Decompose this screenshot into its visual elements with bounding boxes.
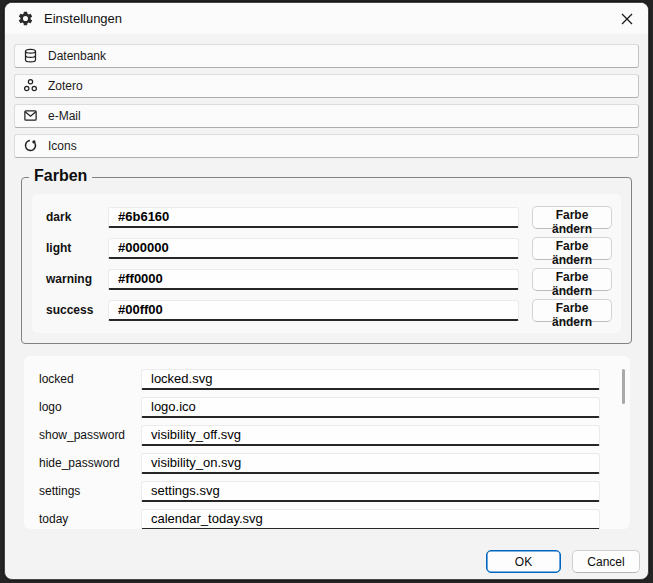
close-button[interactable] <box>606 3 648 34</box>
ok-button[interactable]: OK <box>486 550 561 573</box>
color-input-warning[interactable] <box>108 269 519 290</box>
refresh-icon <box>23 138 39 154</box>
icon-input-logo[interactable] <box>141 397 600 418</box>
gear-icon <box>17 10 34 27</box>
change-color-button[interactable]: Farbe ändern <box>532 268 612 291</box>
icon-label: logo <box>36 400 141 414</box>
section-email[interactable]: e-Mail <box>14 104 639 128</box>
icon-input-locked[interactable] <box>141 369 600 390</box>
zotero-icon <box>23 78 39 94</box>
color-input-success[interactable] <box>108 300 519 321</box>
section-label: Datenbank <box>48 49 106 63</box>
icon-label: locked <box>36 372 141 386</box>
color-input-dark[interactable] <box>108 207 519 228</box>
change-color-button[interactable]: Farbe ändern <box>532 206 612 229</box>
section-label: Icons <box>48 139 77 153</box>
window-title: Einstellungen <box>44 11 122 26</box>
icon-row-locked: locked <box>36 369 618 389</box>
cancel-button[interactable]: Cancel <box>572 550 640 573</box>
section-list: Datenbank Zotero e-Mail <box>5 34 648 158</box>
icon-input-settings[interactable] <box>141 481 600 502</box>
dialog-footer: OK Cancel <box>486 550 640 573</box>
farben-title: Farben <box>29 167 92 185</box>
settings-dialog: Einstellungen Datenbank <box>4 2 649 580</box>
icon-label: show_password <box>36 428 141 442</box>
color-label: warning <box>41 272 108 286</box>
icon-row-hide-password: hide_password <box>36 453 618 473</box>
icon-input-show-password[interactable] <box>141 425 600 446</box>
change-color-button[interactable]: Farbe ändern <box>532 237 612 260</box>
color-row-success: success Farbe ändern <box>41 299 612 321</box>
title-bar: Einstellungen <box>5 3 648 34</box>
database-icon <box>23 48 39 64</box>
icon-input-today[interactable] <box>141 509 600 530</box>
color-row-light: light Farbe ändern <box>41 237 612 259</box>
icon-row-today: today <box>36 509 618 529</box>
icon-row-show-password: show_password <box>36 425 618 445</box>
icon-label: settings <box>36 484 141 498</box>
farben-groupbox: Farben dark Farbe ändern light Farbe änd… <box>21 177 632 344</box>
color-label: light <box>41 241 108 255</box>
icon-label: today <box>36 512 141 526</box>
icon-input-hide-password[interactable] <box>141 453 600 474</box>
icon-label: hide_password <box>36 456 141 470</box>
change-color-button[interactable]: Farbe ändern <box>532 299 612 322</box>
section-label: e-Mail <box>48 109 81 123</box>
icon-row-logo: logo <box>36 397 618 417</box>
mail-icon <box>23 108 39 124</box>
farben-panel: dark Farbe ändern light Farbe ändern war… <box>32 194 621 333</box>
section-zotero[interactable]: Zotero <box>14 74 639 98</box>
section-icons[interactable]: Icons <box>14 134 639 158</box>
color-row-warning: warning Farbe ändern <box>41 268 612 290</box>
icons-list-panel: locked logo show_password hide_password … <box>24 356 630 529</box>
section-datenbank[interactable]: Datenbank <box>14 44 639 68</box>
color-label: success <box>41 303 108 317</box>
color-input-light[interactable] <box>108 238 519 259</box>
color-row-dark: dark Farbe ändern <box>41 206 612 228</box>
icon-row-settings: settings <box>36 481 618 501</box>
close-icon <box>620 12 634 26</box>
color-label: dark <box>41 210 108 224</box>
vertical-scrollbar[interactable] <box>622 369 625 404</box>
section-label: Zotero <box>48 79 83 93</box>
